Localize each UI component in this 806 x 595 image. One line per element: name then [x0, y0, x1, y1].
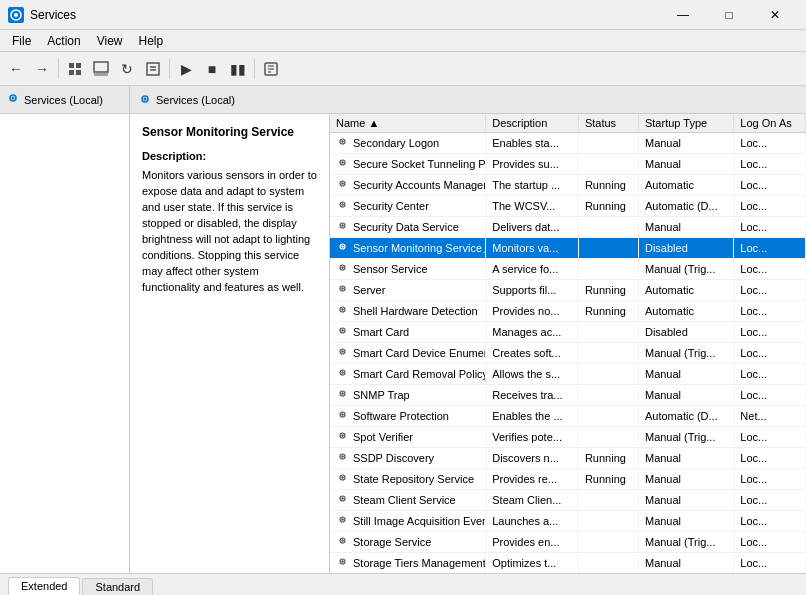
logOn-cell: Loc...	[734, 175, 806, 196]
close-button[interactable]: ✕	[752, 0, 798, 30]
table-row[interactable]: Smart CardManages ac...DisabledLoc...	[330, 322, 806, 343]
status-cell: Running	[578, 301, 638, 322]
menu-bar: File Action View Help	[0, 30, 806, 52]
service-gear-icon	[336, 513, 349, 529]
table-row[interactable]: Shell Hardware DetectionProvides no...Ru…	[330, 301, 806, 322]
table-row[interactable]: SSDP DiscoveryDiscovers n...RunningManua…	[330, 448, 806, 469]
service-name-cell: Software Protection	[330, 406, 486, 427]
pause-service-button[interactable]: ▮▮	[226, 57, 250, 81]
description-cell: Delivers dat...	[486, 217, 579, 238]
show-hide-button[interactable]	[89, 57, 113, 81]
maximize-button[interactable]: □	[706, 0, 752, 30]
toolbar-sep-3	[254, 59, 255, 79]
service-gear-icon	[336, 345, 349, 361]
export-button[interactable]	[141, 57, 165, 81]
description-cell: Provides en...	[486, 532, 579, 553]
status-cell: Running	[578, 448, 638, 469]
status-cell	[578, 532, 638, 553]
status-cell	[578, 259, 638, 280]
table-row[interactable]: Secondary LogonEnables sta...ManualLoc..…	[330, 133, 806, 154]
svg-rect-7	[94, 73, 108, 76]
service-name-cell: Server	[330, 280, 486, 301]
properties-button[interactable]	[259, 57, 283, 81]
description-cell: Creates soft...	[486, 343, 579, 364]
bottom-tabs: Extended Standard	[0, 573, 806, 595]
table-row[interactable]: Security Data ServiceDelivers dat...Manu…	[330, 217, 806, 238]
menu-action[interactable]: Action	[39, 32, 88, 50]
service-name-cell: Security Center	[330, 196, 486, 217]
service-gear-icon	[336, 198, 349, 214]
service-gear-icon	[336, 240, 349, 256]
left-panel-header[interactable]: Services (Local)	[0, 86, 129, 114]
left-panel: Services (Local)	[0, 86, 130, 573]
table-row[interactable]: Sensor ServiceA service fo...Manual (Tri…	[330, 259, 806, 280]
stop-service-button[interactable]: ■	[200, 57, 224, 81]
forward-button[interactable]: →	[30, 57, 54, 81]
menu-help[interactable]: Help	[131, 32, 172, 50]
startupType-cell: Manual	[638, 364, 733, 385]
start-service-button[interactable]: ▶	[174, 57, 198, 81]
table-wrapper[interactable]: Name ▲ Description Status Startup Type L…	[330, 114, 806, 573]
table-row[interactable]: Storage Tiers ManagementOptimizes t...Ma…	[330, 553, 806, 574]
col-startup-type[interactable]: Startup Type	[638, 114, 733, 133]
startupType-cell: Disabled	[638, 238, 733, 259]
svg-point-22	[341, 161, 343, 163]
tab-extended[interactable]: Extended	[8, 577, 80, 595]
startupType-cell: Manual	[638, 511, 733, 532]
table-row[interactable]: ServerSupports fil...RunningAutomaticLoc…	[330, 280, 806, 301]
table-row[interactable]: Spot VerifierVerifies pote...Manual (Tri…	[330, 427, 806, 448]
description-cell: Enables the ...	[486, 406, 579, 427]
table-row[interactable]: Sensor Monitoring ServiceMonitors va...D…	[330, 238, 806, 259]
description-cell: Allows the s...	[486, 364, 579, 385]
service-name-cell: Smart Card Device Enumera...	[330, 343, 486, 364]
menu-view[interactable]: View	[89, 32, 131, 50]
status-cell: Running	[578, 280, 638, 301]
table-row[interactable]: Security CenterThe WCSV...RunningAutomat…	[330, 196, 806, 217]
service-gear-icon	[336, 177, 349, 193]
table-row[interactable]: State Repository ServiceProvides re...Ru…	[330, 469, 806, 490]
service-gear-icon	[336, 366, 349, 382]
svg-rect-6	[94, 62, 108, 72]
refresh-button[interactable]: ↻	[115, 57, 139, 81]
tab-standard[interactable]: Standard	[82, 578, 153, 595]
table-row[interactable]: Smart Card Device Enumera...Creates soft…	[330, 343, 806, 364]
description-cell: Manages ac...	[486, 322, 579, 343]
startupType-cell: Manual (Trig...	[638, 259, 733, 280]
table-row[interactable]: Storage ServiceProvides en...Manual (Tri…	[330, 532, 806, 553]
description-cell: Provides su...	[486, 154, 579, 175]
table-row[interactable]: Security Accounts ManagerThe startup ...…	[330, 175, 806, 196]
svg-point-34	[341, 287, 343, 289]
svg-point-1	[14, 13, 18, 17]
service-name-cell: Storage Tiers Management	[330, 553, 486, 574]
back-button[interactable]: ←	[4, 57, 28, 81]
logOn-cell: Loc...	[734, 385, 806, 406]
startupType-cell: Disabled	[638, 322, 733, 343]
table-row[interactable]: Software ProtectionEnables the ...Automa…	[330, 406, 806, 427]
service-name-cell: Smart Card Removal Policy	[330, 364, 486, 385]
menu-file[interactable]: File	[4, 32, 39, 50]
description-label: Description:	[142, 149, 317, 164]
col-description[interactable]: Description	[486, 114, 579, 133]
table-row[interactable]: Still Image Acquisition EventsLaunches a…	[330, 511, 806, 532]
description-cell: A service fo...	[486, 259, 579, 280]
logOn-cell: Loc...	[734, 469, 806, 490]
logOn-cell: Loc...	[734, 322, 806, 343]
minimize-button[interactable]: —	[660, 0, 706, 30]
table-row[interactable]: Secure Socket Tunneling Pr...Provides su…	[330, 154, 806, 175]
table-row[interactable]: SNMP TrapReceives tra...ManualLoc...	[330, 385, 806, 406]
status-cell	[578, 385, 638, 406]
service-info-panel: Sensor Monitoring Service Description: M…	[130, 114, 330, 573]
col-status[interactable]: Status	[578, 114, 638, 133]
svg-point-24	[341, 182, 343, 184]
startupType-cell: Automatic (D...	[638, 406, 733, 427]
table-row[interactable]: Smart Card Removal PolicyAllows the s...…	[330, 364, 806, 385]
startupType-cell: Automatic (D...	[638, 196, 733, 217]
col-logon[interactable]: Log On As	[734, 114, 806, 133]
description-cell: Receives tra...	[486, 385, 579, 406]
up-button[interactable]	[63, 57, 87, 81]
status-cell: Running	[578, 469, 638, 490]
svg-point-44	[341, 392, 343, 394]
col-name[interactable]: Name ▲	[330, 114, 486, 133]
table-row[interactable]: Steam Client ServiceSteam Clien...Manual…	[330, 490, 806, 511]
startupType-cell: Manual (Trig...	[638, 532, 733, 553]
